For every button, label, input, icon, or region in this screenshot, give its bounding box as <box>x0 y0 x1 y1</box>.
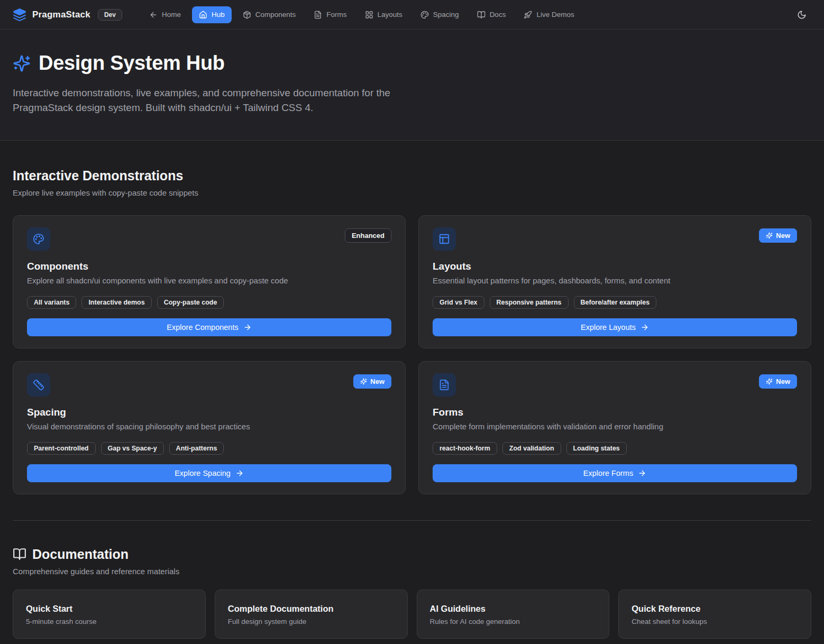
doc-card-ai-guidelines[interactable]: AI Guidelines Rules for AI code generati… <box>417 590 610 639</box>
nav-item-live-demos[interactable]: Live Demos <box>517 6 581 23</box>
arrow-left-icon <box>149 11 158 19</box>
brand-name: PragmaStack <box>32 10 90 20</box>
card-title: Components <box>27 261 391 272</box>
demo-card-grid: Enhanced Components Explore all shadcn/u… <box>13 215 811 494</box>
sparkles-icon <box>360 378 367 385</box>
tag: Gap vs Space-y <box>101 442 164 455</box>
moon-icon <box>797 10 807 20</box>
docs-section-header: Documentation Comprehensive guides and r… <box>13 547 811 576</box>
env-badge: Dev <box>98 9 122 21</box>
tag-row: Parent-controlled Gap vs Space-y Anti-pa… <box>27 442 391 455</box>
demos-subheading: Explore live examples with copy-paste co… <box>13 188 811 197</box>
card-description: Essential layout patterns for pages, das… <box>433 276 797 285</box>
layers-icon <box>13 8 26 22</box>
enhanced-badge: Enhanced <box>345 228 391 243</box>
file-text-icon <box>438 379 450 391</box>
nav-item-components[interactable]: Components <box>236 6 303 23</box>
components-card-tile <box>27 227 50 251</box>
demo-card-layouts: New Layouts Essential layout patterns fo… <box>418 215 811 348</box>
brand-logo[interactable]: PragmaStack <box>13 8 90 22</box>
demos-heading: Interactive Demonstrations <box>13 168 811 183</box>
tag-row: All variants Interactive demos Copy-past… <box>27 296 391 309</box>
section-divider <box>13 520 811 521</box>
hero-section: Design System Hub Interactive demonstrat… <box>0 30 824 141</box>
card-description: Complete form implementations with valid… <box>433 422 797 431</box>
arrow-right-icon <box>235 469 244 477</box>
tag: Before/after examples <box>574 296 657 309</box>
demo-card-components: Enhanced Components Explore all shadcn/u… <box>13 215 406 348</box>
arrow-right-icon <box>638 469 646 477</box>
main-nav: Home Hub Components Forms Layouts Spacin… <box>142 6 581 23</box>
tag: react-hook-form <box>433 442 497 455</box>
nav-item-forms[interactable]: Forms <box>307 6 353 23</box>
house-icon <box>199 11 207 19</box>
tag: Zod validation <box>502 442 561 455</box>
theme-toggle-button[interactable] <box>792 5 811 24</box>
doc-card-title: Quick Reference <box>631 604 798 614</box>
tag: Grid vs Flex <box>433 296 484 309</box>
card-title: Spacing <box>27 407 391 418</box>
package-icon <box>243 11 251 19</box>
forms-card-tile <box>433 373 456 397</box>
arrow-right-icon <box>640 323 649 332</box>
top-navbar: PragmaStack Dev Home Hub Components Form… <box>0 0 824 30</box>
ruler-icon <box>33 379 44 391</box>
rocket-icon <box>524 11 532 19</box>
tag-row: react-hook-form Zod validation Loading s… <box>433 442 797 455</box>
file-text-icon <box>314 11 322 19</box>
page-title: Design System Hub <box>39 52 225 75</box>
tag-row: Grid vs Flex Responsive patterns Before/… <box>433 296 797 309</box>
demo-card-spacing: New Spacing Visual demonstrations of spa… <box>13 361 406 494</box>
doc-card-description: 5-minute crash course <box>26 618 193 625</box>
docs-subheading: Comprehensive guides and reference mater… <box>13 567 811 576</box>
page-subtitle: Interactive demonstrations, live example… <box>13 86 407 115</box>
explore-spacing-button[interactable]: Explore Spacing <box>27 464 391 482</box>
new-badge: New <box>353 374 391 389</box>
sparkles-icon <box>766 232 773 239</box>
palette-icon <box>420 11 429 19</box>
doc-card-description: Rules for AI code generation <box>430 618 597 625</box>
new-badge: New <box>759 228 797 243</box>
explore-layouts-button[interactable]: Explore Layouts <box>433 318 797 336</box>
tag: Interactive demos <box>81 296 151 309</box>
spacing-card-tile <box>27 373 50 397</box>
explore-forms-button[interactable]: Explore Forms <box>433 464 797 482</box>
new-badge: New <box>759 374 797 389</box>
docs-card-grid: Quick Start 5-minute crash course Comple… <box>13 590 811 639</box>
tag: All variants <box>27 296 76 309</box>
card-description: Visual demonstrations of spacing philoso… <box>27 422 391 431</box>
sparkles-icon <box>13 54 31 72</box>
tag: Copy-paste code <box>157 296 224 309</box>
nav-item-hub[interactable]: Hub <box>192 6 232 23</box>
doc-card-complete-documentation[interactable]: Complete Documentation Full design syste… <box>215 590 408 639</box>
layouts-card-tile <box>433 227 456 251</box>
tag: Responsive patterns <box>490 296 569 309</box>
nav-item-docs[interactable]: Docs <box>470 6 513 23</box>
doc-card-title: AI Guidelines <box>430 604 597 614</box>
doc-card-title: Quick Start <box>26 604 193 614</box>
doc-card-quick-start[interactable]: Quick Start 5-minute crash course <box>13 590 206 639</box>
demo-card-forms: New Forms Complete form implementations … <box>418 361 811 494</box>
card-title: Forms <box>433 407 797 418</box>
doc-card-description: Cheat sheet for lookups <box>631 618 798 625</box>
docs-heading: Documentation <box>32 547 129 562</box>
nav-item-layouts[interactable]: Layouts <box>358 6 409 23</box>
book-open-icon <box>477 11 486 19</box>
doc-card-title: Complete Documentation <box>228 604 395 614</box>
tag: Parent-controlled <box>27 442 96 455</box>
doc-card-quick-reference[interactable]: Quick Reference Cheat sheet for lookups <box>618 590 811 639</box>
sparkles-icon <box>766 378 773 385</box>
card-title: Layouts <box>433 261 797 272</box>
main-content: Interactive Demonstrations Explore live … <box>0 168 824 639</box>
doc-card-description: Full design system guide <box>228 618 395 625</box>
nav-item-home[interactable]: Home <box>142 6 188 23</box>
palette-icon <box>33 233 44 245</box>
card-description: Explore all shadcn/ui components with li… <box>27 276 391 285</box>
nav-item-spacing[interactable]: Spacing <box>414 6 466 23</box>
explore-components-button[interactable]: Explore Components <box>27 318 391 336</box>
tag: Anti-patterns <box>169 442 224 455</box>
demos-section-header: Interactive Demonstrations Explore live … <box>13 168 811 197</box>
tag: Loading states <box>566 442 627 455</box>
panels-top-left-icon <box>438 233 450 245</box>
layout-grid-icon <box>365 11 373 19</box>
